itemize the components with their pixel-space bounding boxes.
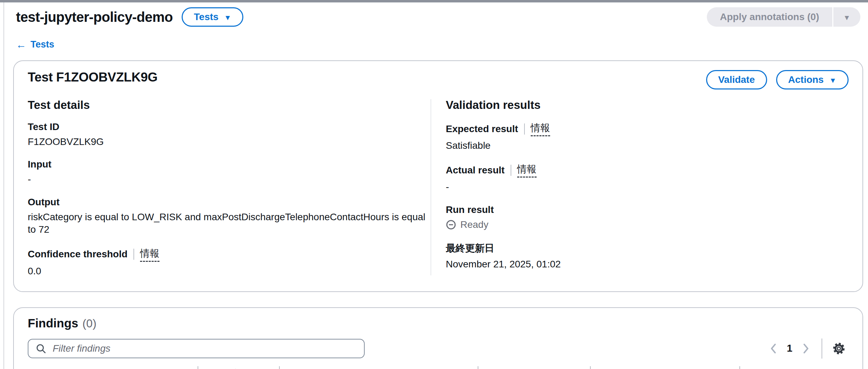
label-info-divider xyxy=(511,165,511,176)
field-value: 0.0 xyxy=(28,265,431,277)
label-info-divider xyxy=(133,249,134,260)
validation-results-section: Validation results Expected result 情報 Sa… xyxy=(431,98,849,277)
info-link[interactable]: 情報 xyxy=(531,121,550,136)
column-divider xyxy=(198,366,198,369)
info-link[interactable]: 情報 xyxy=(140,247,159,262)
info-link[interactable]: 情報 xyxy=(517,163,537,178)
caret-down-icon: ▼ xyxy=(843,14,851,21)
column-header-result[interactable]: Result xyxy=(279,368,478,369)
findings-card: Findings (0) 1 xyxy=(13,307,863,369)
column-header-label: Assignments xyxy=(599,368,660,369)
test-card-columns: Test details Test ID F1ZOOBVZLK9G Input … xyxy=(28,98,849,277)
findings-table-header: Finding translation タイプ Result Confidenc… xyxy=(28,366,849,369)
field-output: Output riskCategory is equal to LOW_RISK… xyxy=(28,197,431,236)
field-value: Satisfiable xyxy=(446,139,849,152)
stopped-status-icon xyxy=(446,220,456,230)
current-page-number[interactable]: 1 xyxy=(787,343,792,354)
test-card-actions: Validate Actions ▼ xyxy=(706,70,849,89)
field-actual-result: Actual result 情報 - xyxy=(446,163,849,193)
back-to-tests-link[interactable]: ← Tests xyxy=(16,39,860,50)
field-value: riskCategory is equal to LOW_RISK and ma… xyxy=(28,211,431,236)
apply-annotations-split-button: Apply annotations (0) ▼ xyxy=(707,7,860,27)
field-test-id: Test ID F1ZOOBVZLK9G xyxy=(28,121,431,148)
field-value: - xyxy=(28,173,431,186)
column-divider xyxy=(590,366,591,369)
validate-button[interactable]: Validate xyxy=(706,70,767,89)
field-label: Confidence threshold xyxy=(28,249,128,260)
field-expected-result: Expected result 情報 Satisfiable xyxy=(446,121,849,152)
test-detail-card: Test F1ZOOBVZLK9G Validate Actions ▼ Tes… xyxy=(13,60,863,292)
column-header-assignments[interactable]: Assignments xyxy=(590,368,739,369)
field-confidence-threshold: Confidence threshold 情報 0.0 xyxy=(28,247,431,277)
page: test-jupyter-policy-demo Tests ▼ Apply a… xyxy=(4,2,868,369)
next-page-button[interactable] xyxy=(797,343,815,354)
apply-annotations-button[interactable]: Apply annotations (0) xyxy=(707,7,832,27)
field-input: Input - xyxy=(28,159,431,186)
field-label: Expected result xyxy=(446,123,518,135)
column-header-rules[interactable]: Rules xyxy=(739,368,849,369)
back-link-label: Tests xyxy=(31,39,54,50)
table-preferences-button[interactable] xyxy=(829,341,849,356)
column-header-label: Result xyxy=(288,368,318,369)
field-label: Output xyxy=(28,197,60,208)
column-divider xyxy=(279,366,280,369)
field-label: Run result xyxy=(446,204,494,215)
column-header-type[interactable]: タイプ xyxy=(198,368,279,369)
column-header-confidence[interactable]: Confidence xyxy=(478,368,590,369)
actions-dropdown-button[interactable]: Actions ▼ xyxy=(776,70,849,89)
gear-icon xyxy=(831,341,847,356)
browser-chrome-edge xyxy=(0,0,868,2)
tests-dropdown-label: Tests xyxy=(194,11,218,23)
field-value: - xyxy=(446,181,849,193)
field-last-updated: 最終更新日 November 21, 2025, 01:02 xyxy=(446,242,849,271)
findings-header: Findings (0) xyxy=(28,316,849,330)
field-label: Input xyxy=(28,159,51,170)
column-divider xyxy=(478,366,478,369)
page-header: test-jupyter-policy-demo Tests ▼ Apply a… xyxy=(16,7,860,27)
run-result-status: Ready xyxy=(446,218,849,231)
findings-toolbar: 1 xyxy=(28,338,849,359)
filter-findings-input[interactable] xyxy=(52,343,357,354)
actions-button-label: Actions xyxy=(788,74,824,85)
caret-down-icon: ▼ xyxy=(224,14,231,21)
field-label: Actual result xyxy=(446,165,505,176)
column-divider xyxy=(739,366,740,369)
toolbar-divider xyxy=(822,338,822,359)
validation-results-heading: Validation results xyxy=(446,98,849,112)
test-details-section: Test details Test ID F1ZOOBVZLK9G Input … xyxy=(28,98,431,277)
field-label: Test ID xyxy=(28,121,59,132)
chevron-right-icon xyxy=(802,343,810,354)
findings-count-badge: (0) xyxy=(83,317,96,330)
column-header-label: Confidence xyxy=(487,368,539,369)
back-arrow-icon: ← xyxy=(16,40,26,50)
chevron-left-icon xyxy=(770,343,777,354)
field-run-result: Run result Ready xyxy=(446,204,849,231)
test-card-title: Test F1ZOOBVZLK9G xyxy=(28,70,158,85)
search-icon xyxy=(35,343,46,354)
filter-findings-box xyxy=(28,339,365,358)
page-title: test-jupyter-policy-demo xyxy=(16,9,173,25)
column-header-label: Rules xyxy=(748,368,775,369)
status-text: Ready xyxy=(460,218,488,231)
label-info-divider xyxy=(524,123,525,135)
caret-down-icon: ▼ xyxy=(829,77,836,84)
column-header-finding-translation[interactable]: Finding translation xyxy=(28,368,198,369)
test-details-heading: Test details xyxy=(28,98,431,112)
test-card-header: Test F1ZOOBVZLK9G Validate Actions ▼ xyxy=(28,70,849,89)
findings-title: Findings xyxy=(28,316,78,330)
previous-page-button[interactable] xyxy=(765,343,782,354)
apply-annotations-caret-button[interactable]: ▼ xyxy=(833,7,860,27)
field-value: November 21, 2025, 01:02 xyxy=(446,258,849,271)
table-controls: 1 xyxy=(765,338,849,359)
field-value: F1ZOOBVZLK9G xyxy=(28,136,431,148)
tests-dropdown-button[interactable]: Tests ▼ xyxy=(182,7,243,27)
field-label: 最終更新日 xyxy=(446,242,494,255)
